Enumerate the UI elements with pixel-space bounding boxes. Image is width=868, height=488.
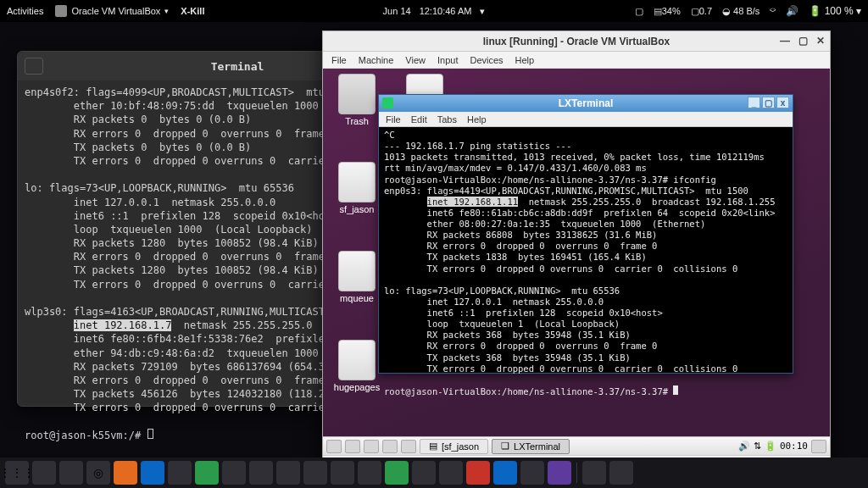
lx-menu-tabs[interactable]: Tabs <box>437 114 457 125</box>
minimize-button[interactable]: — <box>780 35 790 47</box>
lxterminal-titlebar[interactable]: LXTerminal _ ▢ x <box>379 95 793 112</box>
lx-menu-file[interactable]: File <box>386 114 401 125</box>
taskbar-button-label: LXTerminal <box>514 441 560 452</box>
dock-terminal-icon[interactable] <box>59 461 83 485</box>
dock-chrome-icon[interactable]: ◎ <box>86 461 110 485</box>
drive-icon <box>338 162 376 202</box>
battery-icon[interactable]: 🔋 100 % ▾ <box>809 5 861 17</box>
guest-clock[interactable]: 00:10 <box>780 441 808 452</box>
app-menu-button[interactable]: Oracle VM VirtualBox <box>55 5 169 17</box>
virtualbox-icon <box>55 5 67 17</box>
menu-devices[interactable]: Devices <box>470 55 503 65</box>
trash-icon <box>338 74 376 114</box>
dock-text-icon[interactable] <box>168 461 192 485</box>
net-up-indicator[interactable]: ◒ 48 B/s <box>722 6 760 17</box>
dock-editor-icon[interactable] <box>222 461 246 485</box>
dock-virtualbox-icon[interactable] <box>582 461 606 485</box>
lx-maximize-button[interactable]: ▢ <box>762 97 775 108</box>
app-menu-label: Oracle VM VirtualBox <box>71 6 160 16</box>
virtualbox-menubar[interactable]: File Machine View Input Devices Help <box>323 52 830 69</box>
lxterminal-window[interactable]: LXTerminal _ ▢ x File Edit Tabs Help ^C … <box>378 94 793 374</box>
dock-monitor-icon[interactable] <box>358 461 381 485</box>
start-menu-icon[interactable] <box>326 440 342 453</box>
lx-menu-edit[interactable]: Edit <box>411 114 427 125</box>
lxterminal-output[interactable]: ^C --- 192.168.1.7 ping statistics --- 1… <box>379 127 793 400</box>
host-terminal-title: Terminal <box>211 60 264 73</box>
browser-icon[interactable] <box>364 440 379 453</box>
notification-icon[interactable]: ▾ <box>480 6 485 17</box>
time-label[interactable]: 12:10:46 AM <box>420 6 472 16</box>
lxterminal-menubar[interactable]: File Edit Tabs Help <box>379 112 793 127</box>
desktop-icon-label: hugepages <box>334 382 380 392</box>
dock-ide-icon[interactable] <box>276 461 300 485</box>
desktop-icon-mqueue[interactable]: mqueue <box>331 251 382 303</box>
desktop-icon-trash[interactable]: Trash <box>331 74 382 126</box>
minimize-all-icon[interactable] <box>382 440 398 453</box>
desktop-icon-sfjason[interactable]: sf_jason <box>331 162 382 214</box>
date-label[interactable]: Jun 14 <box>383 6 411 16</box>
drive-icon <box>338 251 376 291</box>
maximize-button[interactable]: ▢ <box>798 35 808 47</box>
lxterminal-title: LXTerminal <box>559 97 613 109</box>
volume-icon[interactable]: 🔊 <box>786 5 798 17</box>
filemanager-icon[interactable] <box>345 440 360 453</box>
guest-desktop[interactable]: Trash sf_jason mqueue hugepages LXTermin… <box>323 69 830 455</box>
virtualbox-title: linux [Running] - Oracle VM VirtualBox <box>483 36 670 47</box>
guest-taskbar[interactable]: ▤ [sf_jason ❏ LXTerminal 🔊 ⇅ 🔋 00:10 <box>323 436 830 455</box>
dock-firefox-icon[interactable] <box>114 461 137 485</box>
desktop-icon-label: Trash <box>345 116 369 126</box>
dock-files-icon[interactable] <box>32 461 56 485</box>
dock-virtualbox-vm-icon[interactable] <box>609 461 633 485</box>
top-panel: Activities Oracle VM VirtualBox X-Kill J… <box>0 0 868 22</box>
dock-docs-icon[interactable] <box>141 461 164 485</box>
menu-machine[interactable]: Machine <box>359 55 394 65</box>
menu-input[interactable]: Input <box>437 55 458 65</box>
window-menu-button[interactable] <box>25 58 43 75</box>
dock-diff-icon[interactable] <box>439 461 463 485</box>
virtualbox-window[interactable]: linux [Running] - Oracle VM VirtualBox —… <box>322 30 831 471</box>
activities-button[interactable]: Activities <box>7 6 43 16</box>
dock-vscode-icon[interactable] <box>493 461 517 485</box>
terminal-icon <box>382 97 393 108</box>
drive-icon <box>338 340 376 380</box>
dock-cad-icon[interactable] <box>520 461 544 485</box>
battery-icon[interactable]: 🔋 <box>765 441 776 452</box>
dock-archive-icon[interactable] <box>412 461 436 485</box>
menu-view[interactable]: View <box>405 55 426 65</box>
folder-icon: ▤ <box>429 441 437 452</box>
menu-file[interactable]: File <box>331 55 347 65</box>
dock-extension-icon[interactable] <box>385 461 409 485</box>
cpu-indicator[interactable]: ▤34% <box>654 6 681 17</box>
dock[interactable]: ⋮⋮⋮ ◎ <box>0 458 868 488</box>
taskbar-button-sfjason[interactable]: ▤ [sf_jason <box>420 439 488 454</box>
dock-sheets-icon[interactable] <box>195 461 219 485</box>
close-button[interactable]: ✕ <box>816 35 825 47</box>
dock-pdf-icon[interactable] <box>466 461 490 485</box>
dock-calculator-icon[interactable] <box>249 461 273 485</box>
guest-ip-highlight: inet 192.168.1.11 <box>427 197 518 207</box>
desktop-icon-hugepages[interactable]: hugepages <box>331 340 382 392</box>
dock-designer-icon[interactable] <box>548 461 571 485</box>
cursor-icon <box>147 429 153 439</box>
virtualbox-titlebar[interactable]: linux [Running] - Oracle VM VirtualBox —… <box>323 31 830 52</box>
taskbar-button-lxterminal[interactable]: ❏ LXTerminal <box>492 439 570 454</box>
dock-screenshot-icon[interactable] <box>331 461 354 485</box>
net-down-indicator[interactable]: ▢0.7 <box>691 6 712 17</box>
workspace-icon[interactable] <box>401 440 416 453</box>
dock-settings-icon[interactable] <box>303 461 327 485</box>
taskbar-button-label: [sf_jason <box>442 441 479 452</box>
wifi-icon[interactable]: ⌔ <box>770 5 776 17</box>
xkill-button[interactable]: X-Kill <box>181 6 204 16</box>
volume-icon[interactable]: 🔊 <box>738 441 750 452</box>
dock-show-apps-icon[interactable]: ⋮⋮⋮ <box>5 461 29 485</box>
desktop-icon-label: mqueue <box>340 293 374 303</box>
dock-separator <box>576 463 577 483</box>
menu-help[interactable]: Help <box>515 55 535 65</box>
lx-close-button[interactable]: x <box>776 97 789 108</box>
lx-minimize-button[interactable]: _ <box>748 97 760 108</box>
lock-icon[interactable] <box>811 440 826 453</box>
network-icon[interactable]: ⇅ <box>754 441 761 452</box>
lx-menu-help[interactable]: Help <box>467 114 487 125</box>
host-ip-highlight: inet 192.168.1.7 <box>74 319 172 331</box>
perf-icon[interactable]: ▢ <box>635 6 643 17</box>
